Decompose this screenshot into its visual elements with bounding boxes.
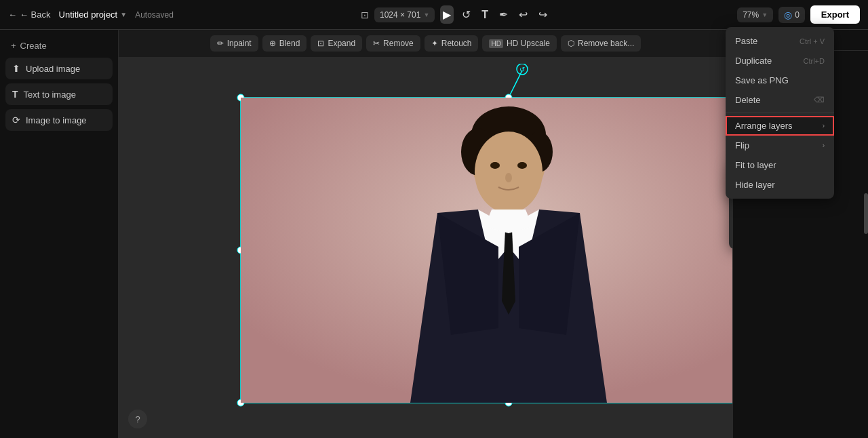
help-button[interactable]: ? [128,410,147,429]
select-tool[interactable]: ▶ [440,5,454,24]
person-svg [241,98,732,403]
expand-button[interactable]: ⊡ Expand [311,35,362,52]
zoom-display[interactable]: 77% ▼ [737,7,773,22]
selection-svg: ↺ [220,64,732,423]
canvas-area[interactable]: ✏ Inpaint ⊕ Blend ⊡ Expand ✂ Remove ✦ Re… [119,30,732,438]
hide-layer-item[interactable]: Hide layer [726,175,834,195]
flip-item[interactable]: Flip › [726,136,834,155]
send-to-back-item[interactable]: ⬇ Send to back Ctrl + Alt + [ [729,225,732,245]
remove-bg-label: Remove back... [578,39,634,48]
autosaved-label: Autosaved [135,10,174,20]
inpaint-icon: ✏ [217,39,224,48]
arrange-layers-chevron: › [823,122,825,130]
delete-label: Delete [735,95,761,105]
img2img-label: Image to image [26,115,87,125]
chevron-down-icon: ▼ [120,11,127,18]
paste-item[interactable]: Paste Ctrl + V [726,31,834,51]
svg-point-11 [505,399,512,406]
sidebar-item-img2img[interactable]: ⟳ Image to image [5,109,113,131]
flip-label: Flip [735,140,749,151]
remove-label: Remove [383,39,414,48]
create-icon: + [11,41,16,51]
undo-tool[interactable]: ↩ [516,5,530,24]
chevron-down-icon: ▼ [423,12,429,18]
save-png-item[interactable]: Save as PNG [726,71,834,90]
dimensions-value: 1024 × 701 [380,10,420,20]
credit-display[interactable]: ◎ 0 [778,7,805,23]
menu-divider [726,113,834,113]
sidebar-item-text2img[interactable]: T Text to image [5,83,113,105]
export-button[interactable]: Export [810,5,860,24]
arrange-layers-label: Arrange layers [735,121,793,131]
text2img-icon: T [12,89,18,100]
svg-point-14 [471,106,546,163]
dimensions-display[interactable]: 1024 × 701 ▼ [374,7,435,22]
duplicate-item[interactable]: Duplicate Ctrl+D [726,51,834,71]
project-title[interactable]: Untitled project [59,9,118,20]
remove-bg-button[interactable]: ⬡ Remove back... [561,35,641,52]
canvas-image[interactable] [241,98,732,403]
save-png-label: Save as PNG [735,75,789,85]
svg-point-17 [475,132,542,213]
svg-point-19 [517,162,527,169]
create-label: Create [20,41,47,51]
fit-to-layer-item[interactable]: Fit to layer [726,155,834,175]
svg-point-20 [505,173,512,182]
svg-point-13 [471,113,546,205]
topbar-center: ⊡ 1024 × 701 ▼ ▶ ↺ T ✒ ↩ ↪ [182,5,729,24]
inpaint-button[interactable]: ✏ Inpaint [210,35,258,52]
back-button[interactable]: ← ← Back [8,9,51,20]
svg-point-6 [237,399,244,406]
create-section-title: + Create [5,38,113,54]
hide-layer-label: Hide layer [735,180,775,190]
redo-tool[interactable]: ↪ [536,5,550,24]
canvas-toolbar: ✏ Inpaint ⊕ Blend ⊡ Expand ✂ Remove ✦ Re… [119,30,732,58]
flip-chevron: › [823,142,825,149]
remove-icon: ✂ [373,39,380,48]
canvas-resize-icon: ⊡ [361,9,369,20]
retouch-button[interactable]: ✦ Retouch [425,35,479,52]
context-menu-main: Paste Ctrl + V Duplicate Ctrl+D Save as … [726,27,834,199]
topbar-right: 77% ▼ ◎ 0 Export [737,5,860,24]
duplicate-shortcut: Ctrl+D [804,57,825,65]
blend-label: Blend [279,39,300,48]
expand-icon: ⊡ [317,39,324,48]
img2img-icon: ⟳ [12,115,20,125]
svg-point-18 [490,162,500,169]
svg-point-4 [237,94,244,101]
blend-icon: ⊕ [269,39,276,48]
fit-to-layer-label: Fit to layer [735,160,776,170]
pen-tool[interactable]: ✒ [496,5,511,24]
hd-badge: HD [489,39,502,48]
svg-point-16 [526,132,553,172]
back-arrow-icon: ← [8,9,17,20]
svg-point-8 [505,94,512,101]
svg-line-1 [509,71,522,98]
arrange-layers-item[interactable]: Arrange layers › [726,116,834,136]
delete-item[interactable]: Delete ⌫ [726,90,834,110]
topbar: ← ← Back Untitled project ▼ Autosaved ⊡ … [0,0,868,30]
paste-label: Paste [735,36,757,46]
remove-button[interactable]: ✂ Remove [366,35,420,52]
scroll-handle[interactable] [864,193,868,234]
chevron-down-icon: ▼ [762,12,768,18]
retouch-label: Retouch [441,39,472,48]
expand-label: Expand [328,39,355,48]
duplicate-label: Duplicate [735,56,772,66]
sidebar-item-upload[interactable]: ⬆ Upload image [5,58,113,79]
credit-count: 0 [795,10,800,20]
remove-bg-icon: ⬡ [568,39,574,48]
back-label: ← Back [20,9,51,20]
rotate-tool[interactable]: ↺ [459,5,473,24]
text2img-label: Text to image [24,89,76,100]
help-icon: ? [135,414,140,424]
svg-point-9 [237,247,244,254]
blend-button[interactable]: ⊕ Blend [262,35,307,52]
zoom-value: 77% [743,10,759,20]
svg-rect-12 [241,98,732,403]
upload-icon: ⬆ [12,63,20,74]
sidebar: + Create ⬆ Upload image T Text to image … [0,30,119,438]
upscale-button[interactable]: HD HD Upscale [482,35,556,52]
text-tool[interactable]: T [479,6,491,24]
send-backward-item[interactable]: ⬇ Send backward Ctrl + [ [729,205,732,225]
